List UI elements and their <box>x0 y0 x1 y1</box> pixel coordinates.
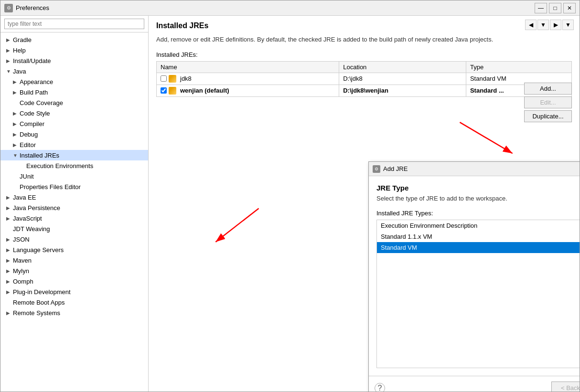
sidebar-item-java[interactable]: ▼Java <box>0 66 148 76</box>
tree-arrow-debug: ▶ <box>13 132 20 137</box>
sidebar-item-javascript[interactable]: ▶JavaScript <box>0 213 148 223</box>
tree-label-install-update: Install/Update <box>13 57 51 64</box>
svg-line-1 <box>460 122 512 153</box>
main-content: ▶Gradle▶Help▶Install/Update▼Java▶Appeara… <box>0 16 580 392</box>
installed-jres-label: Installed JREs: <box>156 51 572 58</box>
sidebar-item-code-coverage[interactable]: Code Coverage <box>0 97 148 108</box>
sidebar-item-build-path[interactable]: ▶Build Path <box>0 87 148 97</box>
tree-label-javascript: JavaScript <box>13 215 42 222</box>
sidebar-item-remote-boot-apps[interactable]: Remote Boot Apps <box>0 297 148 307</box>
table-row[interactable]: wenjian (default)D:\jdk8\wenjianStandard… <box>157 85 572 96</box>
installed-jre-label: Installed JRE Types: <box>376 210 580 217</box>
sidebar-item-exec-env[interactable]: Execution Environments <box>0 160 148 171</box>
right-buttons: Add... Edit... Duplicate... <box>524 83 572 122</box>
tree-arrow-code-style: ▶ <box>13 111 20 116</box>
sidebar-item-mylyn[interactable]: ▶Mylyn <box>0 265 148 276</box>
tree-label-build-path: Build Path <box>20 89 48 96</box>
dialog-footer: ? < Back Next > Finish Cancel <box>369 376 580 392</box>
filter-box <box>0 16 148 32</box>
tree-label-appearance: Appearance <box>20 78 53 85</box>
toolbar-back-btn[interactable]: ◀ <box>525 20 537 30</box>
sidebar-item-maven[interactable]: ▶Maven <box>0 255 148 265</box>
panel-desc: Add, remove or edit JRE definitions. By … <box>156 35 572 44</box>
tree-label-oomph: Oomph <box>13 278 33 285</box>
tree-label-jdt-weaving: JDT Weaving <box>13 225 50 233</box>
jre-type-item[interactable]: Standard 1.1.x VM <box>377 231 580 242</box>
sidebar-item-oomph[interactable]: ▶Oomph <box>0 276 148 286</box>
toolbar-forward-btn[interactable]: ▶ <box>550 20 561 30</box>
tree-arrow-javascript: ▶ <box>6 216 13 221</box>
jre-location-cell: D:\jdk8\wenjian <box>339 85 466 96</box>
sidebar: ▶Gradle▶Help▶Install/Update▼Java▶Appeara… <box>0 16 149 392</box>
tree-label-junit: JUnit <box>20 173 34 180</box>
add-button[interactable]: Add... <box>524 83 572 95</box>
duplicate-button[interactable]: Duplicate... <box>524 110 572 122</box>
window-controls: — □ ✕ <box>535 3 576 13</box>
sidebar-item-help[interactable]: ▶Help <box>0 45 148 55</box>
dialog-icon: ⚙ <box>373 165 380 173</box>
tree-arrow-java-persistence: ▶ <box>6 205 13 211</box>
sidebar-item-compiler[interactable]: ▶Compiler <box>0 118 148 129</box>
col-name: Name <box>157 61 339 73</box>
sidebar-item-appearance[interactable]: ▶Appearance <box>0 76 148 87</box>
edit-button[interactable]: Edit... <box>524 96 572 108</box>
jre-types-list: Execution Environment DescriptionStandar… <box>376 220 580 368</box>
sidebar-tree: ▶Gradle▶Help▶Install/Update▼Java▶Appeara… <box>0 32 148 392</box>
tree-label-editor: Editor <box>20 141 36 148</box>
help-button[interactable]: ? <box>375 383 385 392</box>
sidebar-item-java-ee[interactable]: ▶Java EE <box>0 192 148 202</box>
maximize-button[interactable]: □ <box>549 3 561 13</box>
sidebar-item-jdt-weaving[interactable]: JDT Weaving <box>0 223 148 234</box>
tree-arrow-appearance: ▶ <box>13 79 20 85</box>
sidebar-item-language-servers[interactable]: ▶Language Servers <box>0 244 148 255</box>
col-type: Type <box>466 61 571 73</box>
tree-label-plug-in-development: Plug-in Development <box>13 288 71 296</box>
jre-name: jdk8 <box>180 75 192 82</box>
sidebar-item-json[interactable]: ▶JSON <box>0 234 148 244</box>
tree-arrow-editor: ▶ <box>13 142 20 148</box>
tree-arrow-installed-jres: ▼ <box>13 153 20 158</box>
close-button[interactable]: ✕ <box>563 3 576 13</box>
jre-type-item[interactable]: Standard VM <box>377 242 580 253</box>
jre-location-cell: D:\jdk8 <box>339 73 466 85</box>
col-location: Location <box>339 61 466 73</box>
toolbar-dropdown-btn[interactable]: ▼ <box>537 20 549 30</box>
dialog-section-title: JRE Type <box>376 184 580 192</box>
back-button[interactable]: < Back <box>551 381 580 392</box>
tree-arrow-build-path: ▶ <box>13 90 20 95</box>
sidebar-item-java-persistence[interactable]: ▶Java Persistence <box>0 202 148 213</box>
tree-label-remote-boot-apps: Remote Boot Apps <box>13 299 64 306</box>
tree-label-java-persistence: Java Persistence <box>13 204 60 212</box>
sidebar-item-installed-jres[interactable]: ▼Installed JREs <box>0 150 148 160</box>
filter-input[interactable] <box>4 19 144 29</box>
sidebar-item-remote-systems[interactable]: ▶Remote Systems <box>0 307 148 318</box>
sidebar-item-plug-in-development[interactable]: ▶Plug-in Development <box>0 286 148 297</box>
dialog-section-desc: Select the type of JRE to add to the wor… <box>376 195 580 202</box>
tree-arrow-gradle: ▶ <box>6 37 13 42</box>
jre-type-item[interactable]: Execution Environment Description <box>377 220 580 231</box>
tree-label-code-style: Code Style <box>20 110 50 117</box>
dialog-title-bar: ⚙ Add JRE — □ ✕ <box>369 162 580 176</box>
jre-checkbox[interactable] <box>161 87 167 94</box>
tree-arrow-maven: ▶ <box>6 258 13 263</box>
sidebar-item-code-style[interactable]: ▶Code Style <box>0 108 148 118</box>
add-jre-dialog[interactable]: ⚙ Add JRE — □ ✕ JRE Type Select the type… <box>368 161 580 392</box>
minimize-button[interactable]: — <box>535 3 547 13</box>
sidebar-item-properties-files-editor[interactable]: Properties Files Editor <box>0 181 148 192</box>
tree-label-language-servers: Language Servers <box>13 246 64 254</box>
tree-label-code-coverage: Code Coverage <box>20 99 63 106</box>
tree-arrow-compiler: ▶ <box>13 121 20 127</box>
right-panel: ◀ ▼ ▶ ▼ Installed JREs Add, remove or ed… <box>149 16 580 392</box>
tree-arrow-java-ee: ▶ <box>6 195 13 200</box>
table-row[interactable]: jdk8D:\jdk8Standard VM <box>157 73 572 85</box>
tree-label-json: JSON <box>13 236 30 243</box>
jre-checkbox[interactable] <box>161 75 167 82</box>
sidebar-item-gradle[interactable]: ▶Gradle <box>0 34 148 45</box>
panel-title: Installed JREs <box>156 21 572 30</box>
sidebar-item-junit[interactable]: JUnit <box>0 171 148 181</box>
toolbar-forward-dropdown-btn[interactable]: ▼ <box>562 20 574 30</box>
sidebar-item-install-update[interactable]: ▶Install/Update <box>0 55 148 66</box>
sidebar-item-debug[interactable]: ▶Debug <box>0 129 148 139</box>
svg-line-2 <box>215 209 258 242</box>
sidebar-item-editor[interactable]: ▶Editor <box>0 139 148 150</box>
